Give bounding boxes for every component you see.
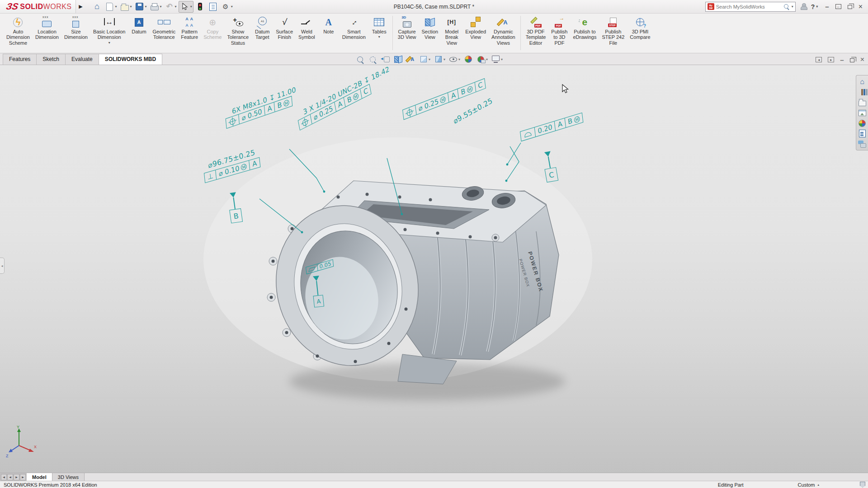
caret-down-icon: ▾ (130, 5, 132, 9)
doc-close-button[interactable]: × (860, 56, 864, 64)
ribbon-publish-to-edrawings[interactable]: Publish to eDrawings (571, 14, 599, 42)
section-view-button[interactable] (393, 55, 403, 64)
previous-view-button[interactable] (381, 55, 390, 64)
undo-button[interactable]: ↶▾ (164, 1, 178, 12)
3d-model-gearbox-case[interactable]: POWER BOX POWER BOX (0, 65, 868, 473)
ribbon-publish-step-242-file[interactable]: Publish STEP 242 File (599, 14, 627, 47)
task-pane (856, 75, 868, 150)
units-selector[interactable]: Custom ▴ (798, 482, 819, 488)
view-palette-icon[interactable] (857, 108, 867, 117)
ribbon-size-dimension[interactable]: Size Dimension (62, 14, 90, 42)
search-icon[interactable] (784, 4, 789, 9)
ribbon-show-tolerance-status[interactable]: Show Tolerance Status (225, 14, 251, 47)
search-input[interactable] (716, 4, 782, 9)
section-view-icon (393, 55, 403, 64)
restore-button[interactable] (848, 5, 852, 9)
open-button[interactable]: ▾ (119, 1, 133, 12)
ribbon-datum[interactable]: Datum (128, 14, 149, 36)
ribbon-surface-finish[interactable]: Surface Finish (274, 14, 295, 42)
apply-scene-button[interactable]: ▾ (476, 55, 488, 64)
minimize-button[interactable]: – (825, 3, 829, 10)
dynamic-annotation-views-button[interactable] (406, 55, 415, 64)
collapse-left-pane-button[interactable]: ◂ (816, 57, 822, 62)
ribbon-tables[interactable]: Tables▾ (369, 14, 390, 40)
collapse-right-pane-button[interactable]: ▸ (828, 57, 834, 62)
save-icon (135, 2, 145, 12)
ribbon-section-view[interactable]: Section View (420, 14, 441, 42)
ribbon-auto-dimension-scheme[interactable]: Auto Dimension Scheme (4, 14, 32, 47)
mysolidworks-badge-icon: MySW (708, 3, 714, 10)
ribbon-3d-pmi-compare[interactable]: 3D PMI Compare (627, 14, 652, 42)
home-button[interactable] (91, 1, 103, 12)
ribbon-capture-3d-view[interactable]: Capture 3D View (396, 14, 419, 42)
last-tab-button[interactable]: ▶ (20, 474, 26, 480)
tab-solidworks-mbd[interactable]: SOLIDWORKS MBD (99, 54, 162, 65)
edit-appearance-button[interactable] (463, 55, 473, 64)
ribbon-geometric-tolerance[interactable]: Geometric Tolerance (150, 14, 178, 42)
graphics-viewport[interactable]: POWER BOX POWER BOX ◂ 6X M8x1.0 ↧ 11.00 … (0, 65, 868, 473)
ribbon-dynamic-annotation-views[interactable]: Dynamic Annotation Views (489, 14, 518, 47)
print-button[interactable]: ▾ (149, 1, 163, 12)
publish-to-edrawings-icon (578, 16, 591, 28)
save-button[interactable]: ▾ (134, 1, 148, 12)
file-properties-button[interactable] (207, 1, 219, 12)
file-explorer-icon[interactable] (857, 98, 867, 107)
ribbon-weld-symbol[interactable]: Weld Symbol (296, 14, 317, 42)
tab-evaluate[interactable]: Evaluate (65, 54, 99, 65)
feature-tree-collapsed-tab[interactable]: ◂ (0, 258, 5, 274)
view-settings-monitor-icon (491, 55, 500, 64)
dassault-ds-logo: ЗS (5, 1, 19, 12)
doc-restore-button[interactable] (850, 58, 854, 62)
display-style-button[interactable]: ▾ (434, 55, 445, 64)
tab-features[interactable]: Features (3, 54, 37, 65)
appearances-scenes-icon[interactable] (857, 118, 867, 128)
previous-tab-button[interactable]: ◀ (7, 474, 13, 480)
menu-expand-button[interactable]: ▶ (77, 2, 85, 12)
ribbon-exploded-view[interactable]: Exploded View (463, 14, 488, 42)
login-user-icon[interactable] (800, 3, 807, 10)
status-bar: SOLIDWORKS Premium 2018 x64 Edition Edit… (0, 481, 868, 488)
ribbon-3d-pdf-template-editor[interactable]: 3D PDF Template Editor (524, 14, 548, 47)
ribbon-smart-dimension[interactable]: Smart Dimension (340, 14, 368, 42)
rebuild-button[interactable] (194, 1, 206, 12)
close-button[interactable]: × (859, 3, 863, 11)
custom-properties-icon[interactable] (857, 129, 867, 138)
status-tag-icon[interactable] (860, 482, 865, 488)
home-icon (92, 2, 102, 12)
design-library-icon[interactable] (857, 87, 867, 97)
ribbon-location-dimension[interactable]: Location Dimension (33, 14, 61, 42)
solidworks-forum-icon[interactable] (857, 139, 867, 149)
tab-model[interactable]: Model (27, 473, 52, 481)
ribbon-note[interactable]: Note (318, 14, 339, 36)
first-tab-button[interactable]: ◀ (1, 474, 7, 480)
ribbon-basic-location-dimension[interactable]: Basic Location Dimension▾ (91, 14, 128, 46)
zoom-to-area-button[interactable] (368, 55, 377, 64)
ribbon-datum-target[interactable]: Datum Target (252, 14, 273, 42)
ribbon-pattern-feature[interactable]: Pattern Feature (179, 14, 200, 42)
zoom-to-fit-button[interactable] (355, 55, 365, 64)
edition-label: SOLIDWORKS Premium 2018 x64 Edition (3, 482, 97, 488)
note-icon (322, 16, 335, 28)
coordinate-triad: Y X Z (5, 425, 37, 457)
surface-finish-icon (278, 16, 291, 28)
solidworks-logo: ЗS SOLIDWORKS (0, 0, 76, 13)
help-button[interactable]: ?▾ (811, 3, 818, 10)
search-caret-icon[interactable]: ▾ (792, 5, 793, 9)
ribbon-model-break-view[interactable]: Model Break View (441, 14, 462, 47)
view-settings-button[interactable]: ▾ (491, 55, 503, 64)
doc-minimize-button[interactable]: – (840, 56, 844, 64)
maximize-button[interactable]: ↔ (835, 4, 841, 9)
select-tool-button[interactable]: ▾ (179, 1, 193, 13)
new-document-button[interactable]: ▾ (104, 1, 118, 12)
display-style-icon (434, 55, 443, 64)
tab-sketch[interactable]: Sketch (36, 54, 66, 65)
next-tab-button[interactable]: ▶ (14, 474, 19, 480)
mmc-modifier-icon: M (574, 115, 580, 123)
tab-3d-views[interactable]: 3D Views (52, 473, 85, 481)
ribbon-publish-to-3d-pdf[interactable]: Publish to 3D PDF (549, 14, 570, 47)
hide-show-items-button[interactable]: ▾ (448, 55, 460, 64)
zoom-to-fit-icon (355, 55, 365, 64)
solidworks-resources-icon[interactable] (857, 77, 867, 86)
view-orientation-button[interactable]: ▾ (419, 55, 430, 64)
options-button[interactable]: ⚙▾ (220, 1, 234, 12)
